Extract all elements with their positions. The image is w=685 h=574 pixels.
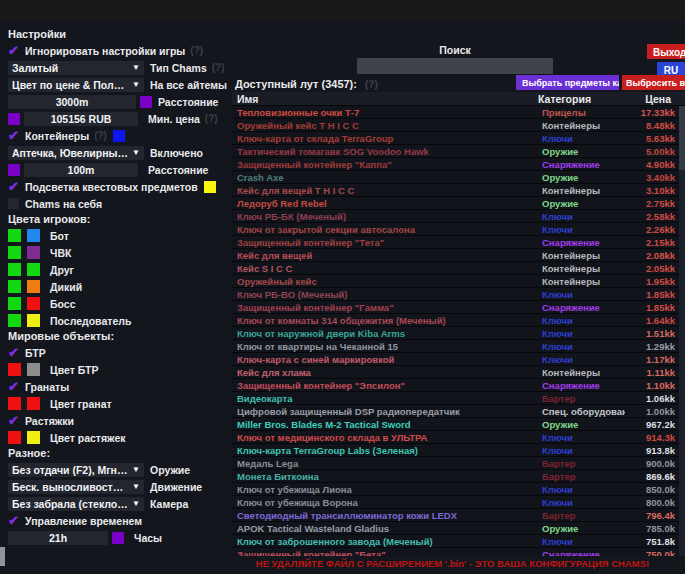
hours-color-swatch[interactable] [112,532,124,544]
self-chams-row[interactable]: Chams на себя [0,195,232,212]
ignore-game-settings-row[interactable]: ✔ Игнорировать настройки игры (?) [0,42,232,59]
loot-row[interactable]: Ледоруб Red RebelОружие2.75kk [232,197,685,210]
column-name[interactable]: Имя [232,93,538,105]
checkmark-icon[interactable]: ✔ [8,180,25,193]
distance-color-swatch[interactable] [140,96,152,108]
loot-row[interactable]: Светодиодный трансиллюминатор кожи LEDXБ… [232,509,685,522]
help-icon[interactable]: (?) [205,113,218,124]
checkmark-icon[interactable]: ✔ [8,380,25,393]
quest-highlight-color-swatch[interactable] [204,181,216,193]
loot-row[interactable]: Кейс для вещейКонтейнеры2.08kk [232,249,685,262]
player-color-swatch-1[interactable] [8,280,21,293]
loot-row[interactable]: Ключ от заброшенного завода (Меченый)Клю… [232,535,685,548]
loot-row[interactable]: Ключ от убежища ЛионаКлючи850.0k [232,483,685,496]
hours-input[interactable]: 21h [8,531,108,545]
loot-row[interactable]: Ключ-карта от склада TerraGroupКлючи5.63… [232,132,685,145]
world-color-swatch-2[interactable] [27,397,40,410]
player-color-swatch-1[interactable] [8,246,21,259]
loot-row[interactable]: Ключ от комнаты 314 общежития (Меченый)К… [232,314,685,327]
distance-input[interactable]: 3000m [8,95,136,109]
checkbox-unchecked[interactable] [8,198,19,209]
containers-color-swatch[interactable] [113,130,125,142]
loot-row[interactable]: Ключ РБ-ВО (Меченый)Ключи1.85kk [232,288,685,301]
containers-row[interactable]: ✔ Контейнеры (?) [0,127,232,144]
player-color-swatch-1[interactable] [8,229,21,242]
loot-row[interactable]: Ключ от квартиры на Чеканной 15Ключи1.29… [232,340,685,353]
player-color-swatch-1[interactable] [8,263,21,276]
containers-distance-input[interactable]: 100m [24,163,138,177]
drop-all-button[interactable]: Выбросить все [622,75,685,90]
quest-highlight-row[interactable]: ✔ Подсветка квестовых предметов [0,178,232,195]
world-color-swatch-1[interactable] [8,431,21,444]
loot-row[interactable]: Ключ от наружной двери Kiba ArmsКлючи1.5… [232,327,685,340]
loot-row[interactable]: Ключ-карта TerraGroup Labs (Зеленая)Ключ… [232,444,685,457]
loot-row[interactable]: Ключ РБ-БК (Меченый)Ключи2.58kk [232,210,685,223]
loot-row[interactable]: APOK Tactical Wasteland GladiusОружие785… [232,522,685,535]
loot-row[interactable]: Медаль LegaБартер900.0k [232,457,685,470]
help-icon[interactable]: (?) [94,130,107,141]
chams-type-dropdown[interactable]: Залитый ▼ [8,61,144,75]
loot-row[interactable]: Тепловизионные очки Т-7Прицелы17.33kk [232,106,685,119]
loot-row[interactable]: Защищенный контейнер "Эпсилон"Снаряжение… [232,379,685,392]
misc-dropdown[interactable]: Без забрала (стекло шлема)▼ [8,497,144,511]
loot-row[interactable]: Защищенный контейнер "Каппа"Снаряжение4.… [232,158,685,171]
misc-dropdown[interactable]: Беск. выносливость и нет уста▼ [8,480,144,494]
column-category[interactable]: Категория [538,93,621,105]
world-object-row[interactable]: ✔БТР [0,344,232,361]
player-color-swatch-2[interactable] [27,246,40,259]
help-icon[interactable]: (?) [190,45,203,56]
loot-row[interactable]: Ключ от медицинского склада в УЛЬТРАКлюч… [232,431,685,444]
resize-tab[interactable] [0,547,5,566]
min-price-color-swatch[interactable] [8,113,20,125]
help-icon[interactable]: (?) [365,79,378,90]
checkmark-icon[interactable]: ✔ [8,414,25,427]
world-object-row[interactable]: ✔Растяжки [0,412,232,429]
misc-dropdown[interactable]: Без отдачи (F2), Мгновенное п▼ [8,463,144,477]
loot-row[interactable]: Crash AxeОружие3.40kk [232,171,685,184]
player-color-swatch-2[interactable] [27,314,40,327]
loot-row[interactable]: Цифровой защищенный DSP радиопередатчикС… [232,405,685,418]
select-kappa-items-button[interactable]: Выбрать предметы каппа [516,75,619,90]
loot-row[interactable]: Тактический томагавк SOG Voodoo HawkОруж… [232,145,685,158]
world-color-swatch-1[interactable] [8,397,21,410]
time-control-row[interactable]: ✔ Управление временем [0,512,232,529]
loot-row[interactable]: Защищенный контейнер "Тета"Снаряжение2.1… [232,236,685,249]
loot-row[interactable]: ВидеокартаБартер1.06kk [232,392,685,405]
loot-row[interactable]: Защищенный контейнер "Гамма"Снаряжение1.… [232,301,685,314]
checkmark-icon[interactable]: ✔ [8,514,25,527]
min-price-input[interactable]: 105156 RUB [24,112,138,126]
player-color-swatch-1[interactable] [8,297,21,310]
world-color-swatch-2[interactable] [27,431,40,444]
column-price[interactable]: Цена [621,93,685,105]
world-object-row[interactable]: ✔Гранаты [0,378,232,395]
player-color-swatch-2[interactable] [27,263,40,276]
loot-row[interactable]: Ключ от закрытой секции автосалонаКлючи2… [232,223,685,236]
player-color-swatch-2[interactable] [27,297,40,310]
loot-row[interactable]: Кейс для вещей T H I C CКонтейнеры3.10kk [232,184,685,197]
player-color-swatch-2[interactable] [27,280,40,293]
loot-row[interactable]: Оружейный кейсКонтейнеры1.95kk [232,275,685,288]
player-color-swatch-2[interactable] [27,229,40,242]
scrollbar-thumb[interactable] [679,106,685,170]
search-input[interactable] [357,58,553,74]
world-color-swatch-2[interactable] [27,363,40,376]
checkmark-icon[interactable]: ✔ [8,346,25,359]
checkmark-icon[interactable]: ✔ [8,44,25,57]
loot-row[interactable]: Оружейный кейс T H I C CКонтейнеры8.48kk [232,119,685,132]
world-color-swatch-1[interactable] [8,363,21,376]
all-items-dropdown[interactable]: Цвет по цене & Пользователь ▼ [8,78,144,92]
containers-filter-dropdown[interactable]: Аптечка, Ювелирные и... ▼ [8,146,144,160]
loot-row[interactable]: Miller Bros. Blades M-2 Tactical SwordОр… [232,418,685,431]
loot-row[interactable]: Ключ от убежища ВоронаКлючи800.0k [232,496,685,509]
exit-button[interactable]: Выход [647,44,685,59]
help-icon[interactable]: (?) [212,62,225,73]
loot-row[interactable]: Монета БиткоинаБартер869.6k [232,470,685,483]
loot-row[interactable]: Кейс для хламаКонтейнеры1.11kk [232,366,685,379]
containers-filter-label: Включено [150,147,203,159]
loot-row[interactable]: Ключ-карта с синей маркировкойКлючи1.17k… [232,353,685,366]
player-color-swatch-1[interactable] [8,314,21,327]
checkmark-icon[interactable]: ✔ [8,129,25,142]
containers-distance-color-swatch[interactable] [8,164,20,176]
scrollbar-track[interactable] [679,106,685,574]
loot-row[interactable]: Кейс S I C CКонтейнеры2.05kk [232,262,685,275]
